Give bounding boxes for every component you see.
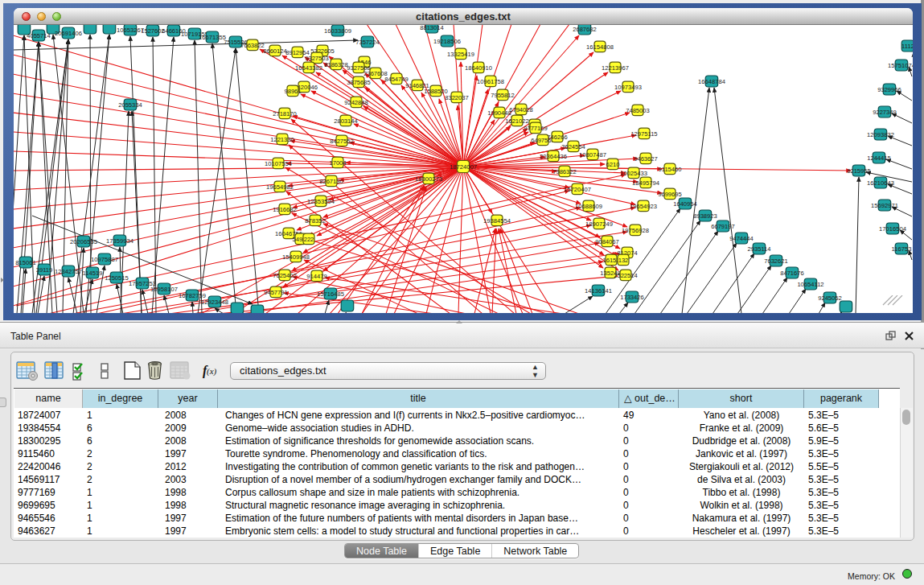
svg-text:8660124: 8660124: [263, 47, 287, 55]
svg-text:12342757: 12342757: [55, 268, 82, 275]
svg-text:16648784: 16648784: [698, 78, 725, 85]
svg-text:8186328: 8186328: [324, 61, 348, 68]
svg-text:18495794: 18495794: [632, 179, 659, 187]
svg-text:1733426: 1733426: [620, 294, 644, 301]
svg-text:7986322: 7986322: [552, 168, 577, 175]
svg-text:2687682: 2687682: [573, 26, 597, 33]
svg-text:17016504: 17016504: [879, 225, 906, 233]
svg-text:9227349: 9227349: [873, 109, 897, 116]
svg-text:8813014: 8813014: [420, 25, 444, 31]
svg-text:9474444: 9474444: [729, 235, 754, 242]
svg-text:15409948: 15409948: [282, 253, 310, 261]
svg-text:10107554: 10107554: [265, 160, 292, 167]
svg-text:8427552: 8427552: [330, 138, 354, 145]
svg-text:9699695: 9699695: [658, 191, 682, 198]
svg-text:9329966: 9329966: [877, 86, 901, 93]
svg-text:19756928: 19756928: [622, 227, 649, 234]
svg-text:(x): (x): [207, 366, 217, 377]
svg-text:914479: 914479: [306, 273, 326, 280]
svg-text:16210643: 16210643: [867, 179, 894, 187]
svg-text:9245052: 9245052: [818, 295, 842, 302]
svg-text:15692971: 15692971: [871, 202, 898, 209]
svg-text:19654982: 19654982: [266, 183, 294, 191]
svg-text:12353594: 12353594: [307, 198, 335, 205]
svg-text:17359934: 17359934: [106, 237, 133, 245]
svg-text:7632621: 7632621: [764, 257, 788, 265]
svg-text:116753: 116753: [892, 245, 912, 253]
svg-text:878352: 878352: [305, 217, 325, 225]
svg-text:15720407: 15720407: [564, 186, 591, 193]
svg-text:17004: 17004: [329, 159, 346, 167]
svg-text:8322037: 8322037: [445, 94, 469, 101]
svg-text:10025433: 10025433: [620, 170, 647, 177]
svg-text:15751074: 15751074: [888, 62, 913, 69]
svg-text:10961758: 10961758: [477, 78, 504, 85]
svg-text:10653267: 10653267: [117, 27, 144, 34]
svg-text:2522514: 2522514: [614, 272, 638, 279]
svg-text:132: 132: [618, 257, 629, 264]
svg-text:1621022: 1621022: [505, 117, 529, 125]
svg-text:1250515: 1250515: [105, 274, 129, 282]
svg-text:12093832: 12093832: [867, 131, 894, 138]
svg-text:10807487: 10807487: [579, 151, 606, 159]
svg-text:114519: 114519: [83, 270, 103, 277]
svg-text:18640910: 18640910: [465, 64, 492, 72]
svg-text:10688609: 10688609: [575, 203, 602, 210]
svg-text:746266: 746266: [547, 134, 567, 141]
svg-text:2803144: 2803144: [334, 117, 358, 125]
svg-text:39119: 39119: [36, 266, 53, 274]
svg-text:1244415: 1244415: [867, 154, 891, 162]
svg-text:12923448: 12923448: [201, 299, 228, 306]
svg-text:15716485: 15716485: [317, 290, 344, 298]
svg-text:3875685: 3875685: [347, 79, 371, 86]
svg-text:13325419: 13325419: [447, 51, 474, 58]
svg-text:1112: 1112: [901, 43, 913, 50]
svg-text:2718170: 2718170: [273, 110, 297, 117]
svg-text:18907249: 18907249: [585, 220, 613, 228]
svg-text:8471676: 8471676: [780, 270, 804, 277]
svg-text:2055334: 2055334: [118, 101, 142, 109]
svg-text:20691406: 20691406: [55, 30, 82, 37]
svg-text:19218506: 19218506: [433, 38, 461, 45]
svg-text:10975887: 10975887: [91, 256, 118, 263]
svg-text:10973493: 10973493: [614, 84, 642, 91]
svg-text:9115460: 9115460: [659, 166, 682, 173]
svg-text:12975115: 12975115: [630, 130, 657, 138]
svg-text:8215955: 8215955: [847, 167, 871, 175]
svg-text:16671355: 16671355: [199, 34, 226, 41]
svg-text:20206555: 20206555: [70, 238, 97, 245]
svg-text:12213967: 12213967: [602, 64, 629, 72]
svg-text:9084067: 9084067: [595, 238, 619, 245]
svg-text:14136141: 14136141: [585, 287, 612, 295]
svg-text:2935114: 2935114: [748, 245, 771, 253]
svg-text:8938923: 8938923: [693, 212, 717, 220]
svg-text:6679197: 6679197: [711, 223, 735, 230]
svg-text:222: 222: [304, 236, 314, 243]
svg-text:19384554: 19384554: [483, 217, 511, 225]
svg-text:8267130: 8267130: [319, 178, 343, 185]
svg-text:9777169: 9777169: [524, 125, 548, 132]
svg-text:10654112: 10654112: [797, 281, 823, 288]
svg-text:7955812: 7955812: [491, 92, 515, 99]
svg-text:1640954: 1640954: [673, 200, 697, 208]
svg-text:16033809: 16033809: [324, 27, 351, 35]
svg-text:16543382: 16543382: [295, 64, 322, 72]
svg-text:9457791: 9457791: [264, 289, 288, 296]
svg-text:6210: 6210: [606, 161, 620, 168]
svg-text:7663822: 7663822: [240, 42, 265, 49]
svg-text:16152: 16152: [602, 257, 619, 264]
svg-text:3624554: 3624554: [561, 143, 585, 150]
svg-text:98961: 98961: [284, 88, 301, 95]
svg-text:1916682: 1916682: [273, 206, 297, 213]
svg-text:18724007: 18724007: [450, 163, 477, 171]
svg-text:19654923: 19654923: [630, 203, 657, 210]
svg-text:7625402: 7625402: [273, 272, 297, 279]
svg-text:18300273: 18300273: [415, 175, 442, 183]
svg-text:10958107: 10958107: [150, 286, 178, 293]
svg-text:7485003: 7485003: [626, 107, 650, 114]
svg-text:16154808: 16154808: [586, 43, 614, 51]
svg-text:815061: 815061: [15, 259, 35, 266]
svg-text:6794028: 6794028: [509, 106, 533, 113]
svg-text:7357224: 7357224: [355, 39, 380, 46]
svg-text:1990448: 1990448: [487, 109, 511, 117]
